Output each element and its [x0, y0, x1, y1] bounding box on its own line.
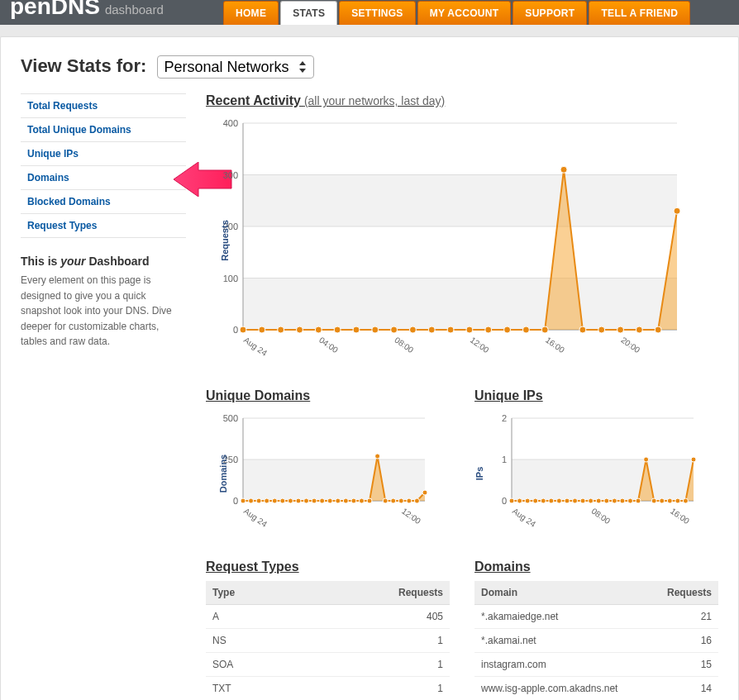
y-axis-label: Domains — [218, 454, 228, 492]
network-select[interactable]: Personal Networks — [157, 55, 314, 79]
svg-point-68 — [359, 498, 364, 503]
svg-point-16 — [278, 326, 284, 333]
svg-text:20:00: 20:00 — [619, 336, 641, 355]
network-select-wrap: Personal Networks — [157, 55, 314, 79]
nav-tab-my-account[interactable]: MY ACCOUNT — [417, 1, 512, 25]
col-requests: Requests — [305, 581, 450, 605]
svg-point-88 — [509, 498, 514, 503]
main-nav: HOMESTATSSETTINGSMY ACCOUNTSUPPORTTELL A… — [223, 1, 692, 25]
svg-point-110 — [683, 498, 688, 503]
svg-point-73 — [398, 498, 403, 503]
svg-rect-1 — [243, 175, 677, 227]
sidebar-item-domains[interactable]: Domains — [21, 166, 186, 189]
svg-point-93 — [549, 498, 554, 503]
svg-point-54 — [249, 498, 254, 503]
svg-point-24 — [428, 326, 435, 333]
svg-rect-79 — [512, 460, 694, 501]
svg-point-98 — [589, 498, 594, 503]
svg-point-67 — [351, 498, 356, 503]
col-type: Type — [206, 581, 305, 605]
svg-point-53 — [241, 498, 246, 503]
svg-text:08:00: 08:00 — [393, 336, 415, 355]
domains-title: Domains — [474, 560, 718, 574]
sidebar-item-blocked-domains[interactable]: Blocked Domains — [21, 190, 186, 213]
svg-point-102 — [620, 498, 625, 503]
svg-point-22 — [391, 326, 398, 333]
table-row: SOA1 — [206, 653, 450, 677]
svg-point-58 — [280, 498, 285, 503]
table-row: TXT1 — [206, 677, 450, 701]
page-title: View Stats for: Personal Networks — [21, 55, 718, 79]
svg-point-26 — [466, 326, 473, 333]
y-axis-label: Requests — [220, 220, 230, 261]
logo: penDNSdashboard — [10, 0, 164, 20]
unique-domains-title: Unique Domains — [206, 388, 450, 403]
sidebar-item-unique-ips[interactable]: Unique IPs — [21, 142, 186, 165]
svg-text:Aug 24: Aug 24 — [242, 336, 269, 358]
sidebar-item-request-types[interactable]: Request Types — [21, 214, 186, 237]
svg-point-71 — [383, 498, 388, 503]
svg-point-15 — [259, 326, 265, 333]
svg-point-62 — [312, 498, 317, 503]
svg-point-33 — [598, 326, 605, 333]
nav-tab-settings[interactable]: SETTINGS — [339, 1, 415, 25]
svg-text:400: 400 — [223, 118, 238, 128]
sidebar-item-total-requests[interactable]: Total Requests — [21, 94, 186, 117]
nav-tab-stats[interactable]: STATS — [280, 1, 337, 25]
svg-point-37 — [674, 207, 680, 214]
svg-point-31 — [560, 166, 567, 173]
svg-text:16:00: 16:00 — [669, 507, 691, 526]
svg-point-34 — [617, 326, 624, 333]
svg-point-90 — [525, 498, 530, 503]
page: View Stats for: Personal Networks Total … — [0, 36, 739, 700]
table-row: instagram.com15 — [474, 653, 718, 677]
unique-ips-title: Unique IPs — [474, 388, 718, 403]
svg-text:2: 2 — [502, 413, 507, 423]
request-types-table: Type Requests A405NS1SOA1TXT1AAAA123SRV9 — [206, 581, 450, 700]
svg-point-14 — [240, 326, 246, 333]
svg-point-74 — [407, 498, 412, 503]
svg-point-89 — [517, 498, 522, 503]
svg-point-57 — [272, 498, 277, 503]
nav-tab-home[interactable]: HOME — [223, 1, 279, 25]
unique-domains-chart: Domains 0250500Aug 2412:00 — [206, 410, 450, 536]
svg-text:1: 1 — [502, 455, 507, 464]
info-heading: This is your Dashboard — [21, 255, 186, 268]
svg-point-96 — [573, 498, 578, 503]
sidebar-item-total-unique-domains[interactable]: Total Unique Domains — [21, 118, 186, 141]
svg-point-76 — [422, 490, 427, 495]
svg-point-63 — [320, 498, 325, 503]
nav-tab-support[interactable]: SUPPORT — [513, 1, 587, 25]
svg-point-23 — [409, 326, 416, 333]
svg-point-109 — [675, 498, 680, 503]
col-domain: Domain — [474, 581, 660, 605]
svg-point-69 — [367, 498, 372, 503]
svg-point-99 — [596, 498, 601, 503]
svg-text:08:00: 08:00 — [590, 507, 613, 526]
svg-point-64 — [327, 498, 332, 503]
svg-point-17 — [296, 326, 303, 333]
svg-point-61 — [304, 498, 309, 503]
svg-text:300: 300 — [223, 170, 238, 180]
svg-point-111 — [691, 457, 696, 462]
svg-text:16:00: 16:00 — [544, 336, 566, 355]
svg-point-91 — [533, 498, 538, 503]
svg-text:12:00: 12:00 — [469, 336, 491, 355]
svg-point-28 — [504, 326, 511, 333]
svg-text:100: 100 — [223, 274, 238, 283]
svg-point-19 — [334, 326, 341, 333]
sidebar: Total RequestsTotal Unique DomainsUnique… — [21, 93, 186, 700]
svg-point-92 — [541, 498, 546, 503]
svg-point-65 — [336, 498, 341, 503]
svg-point-107 — [660, 498, 665, 503]
domains-table: Domain Requests *.akamaiedge.net21*.akam… — [474, 581, 718, 700]
svg-point-100 — [604, 498, 609, 503]
nav-tab-tell-a-friend[interactable]: TELL A FRIEND — [589, 1, 690, 25]
svg-point-55 — [256, 498, 261, 503]
svg-text:04:00: 04:00 — [317, 336, 340, 355]
info-body: Every element on this page is designed t… — [21, 273, 186, 350]
topbar: penDNSdashboard HOMESTATSSETTINGSMY ACCO… — [0, 0, 739, 25]
svg-point-60 — [296, 498, 301, 503]
recent-activity-title: Recent Activity(all your networks, last … — [206, 93, 718, 108]
svg-point-95 — [565, 498, 570, 503]
